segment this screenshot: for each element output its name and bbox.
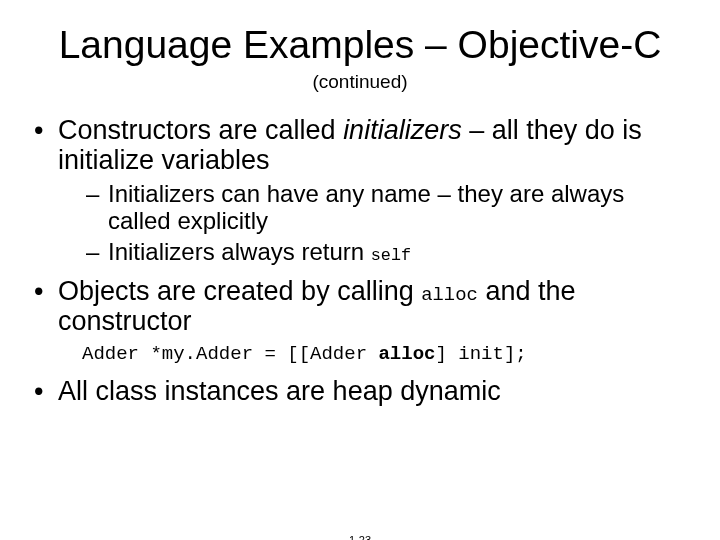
slide-body: Constructors are called initializers – a… <box>34 115 686 406</box>
bullet-1-sublist: Initializers can have any name – they ar… <box>86 181 686 266</box>
page-number: 1-23 <box>0 534 720 540</box>
bullet-2-code-inline: alloc <box>421 284 478 306</box>
code-b: alloc <box>378 343 435 365</box>
bullet-2-text-a: Objects are created by calling <box>58 276 421 306</box>
bullet-1-sub-2: Initializers always return self <box>86 239 686 266</box>
bullet-1-text-b: initializers <box>343 115 462 145</box>
code-a: Adder *my.Adder = [[Adder <box>82 343 378 365</box>
bullet-1-sub-1: Initializers can have any name – they ar… <box>86 181 686 235</box>
bullet-1: Constructors are called initializers – a… <box>34 115 686 266</box>
bullet-1-text-a: Constructors are called <box>58 115 343 145</box>
slide-title: Language Examples – Objective-C <box>40 24 680 67</box>
bullet-2: Objects are created by calling alloc and… <box>34 276 686 366</box>
bullet-1-sub-2-text-a: Initializers always return <box>108 238 371 265</box>
bullet-3: All class instances are heap dynamic <box>34 376 686 406</box>
bullet-2-code-line: Adder *my.Adder = [[Adder alloc] init]; <box>82 344 686 365</box>
bullet-list: Constructors are called initializers – a… <box>34 115 686 406</box>
slide-subtitle: (continued) <box>0 71 720 93</box>
slide: Language Examples – Objective-C (continu… <box>0 24 720 540</box>
bullet-1-sub-2-code: self <box>371 246 411 265</box>
code-c: ] init]; <box>435 343 526 365</box>
